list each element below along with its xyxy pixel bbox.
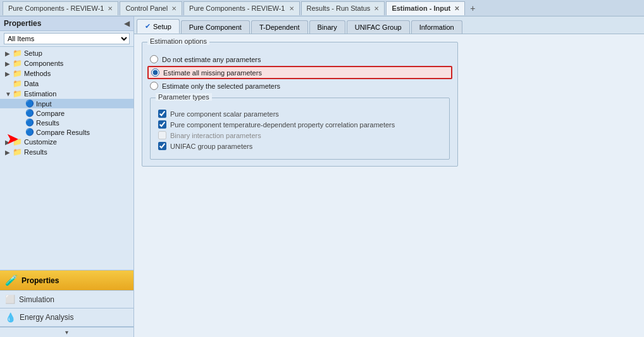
tab-information[interactable]: Information [411, 20, 462, 34]
tab-close-3[interactable]: ✕ [374, 5, 379, 12]
compare-icon: 🔵 [25, 109, 34, 117]
folder-icon: 📁 [13, 148, 22, 156]
tab-close-4[interactable]: ✕ [454, 5, 459, 12]
tree-arrow: ▶ [5, 50, 13, 57]
checkbox-temp-dependent-label: Pure component temperature-dependent pro… [170, 121, 395, 129]
radio-row-no-estimate: Do not estimate any parameters [150, 55, 450, 63]
tab-pure-components-2[interactable]: Pure Components - REVIEW-1 ✕ [183, 1, 299, 15]
radio-no-estimate-label: Do not estimate any parameters [162, 56, 261, 63]
tree-item-input[interactable]: ▶ 🔵 Input [0, 99, 133, 108]
tab-setup[interactable]: ✔ Setup [137, 19, 180, 34]
simulation-icon: ⬜ [5, 295, 15, 304]
app-container: Pure Components - REVIEW-1 ✕ Control Pan… [0, 0, 644, 337]
radio-row-estimate-selected: Estimate only the selected parameters [150, 82, 450, 90]
content-body: Estimation options Do not estimate any p… [134, 34, 644, 337]
sidebar-filter-select[interactable]: All Items [4, 33, 130, 44]
estimation-options-title: Estimation options [147, 37, 209, 45]
radio-estimate-selected[interactable] [150, 82, 158, 90]
tab-pure-components-1[interactable]: Pure Components - REVIEW-1 ✕ [3, 1, 118, 15]
checkbox-row-temp-dependent: Pure component temperature-dependent pro… [158, 120, 442, 129]
checkbox-row-binary: Binary interaction parameters [158, 131, 442, 139]
tree-arrow: ▼ [5, 91, 13, 98]
radio-row-estimate-all: Estimate all missing parameters [147, 66, 452, 79]
content-area: ✔ Setup Pure Component T-Dependent Binar… [134, 16, 644, 337]
tab-label: Estimation - Input [392, 4, 450, 12]
tree-item-compare-results[interactable]: ▶ 🔵 Compare Results [0, 127, 133, 137]
tab-bar: Pure Components - REVIEW-1 ✕ Control Pan… [0, 0, 644, 16]
binary-tab-label: Binary [318, 23, 337, 31]
main-area: Properties ◀ All Items ▶ 📁 Setup ▶ 📁 [0, 16, 644, 337]
tree-item-label: Data [24, 80, 39, 87]
energy-analysis-section[interactable]: 💧 Energy Analysis [0, 308, 133, 327]
folder-icon: 📁 [13, 49, 22, 58]
tree-item-label: Results [36, 119, 59, 127]
compare-results-icon: 🔵 [25, 128, 34, 136]
checkbox-unifac[interactable] [158, 142, 166, 150]
content-tabs: ✔ Setup Pure Component T-Dependent Binar… [134, 16, 644, 34]
simulation-section[interactable]: ⬜ Simulation [0, 290, 133, 308]
radio-estimate-selected-label: Estimate only the selected parameters [162, 82, 280, 90]
tree-item-label: Input [36, 100, 51, 108]
tree-item-data[interactable]: ▶ 📁 Data [0, 79, 133, 89]
tree-item-label: Estimation [24, 90, 56, 98]
radio-no-estimate[interactable] [150, 55, 158, 63]
tree-arrow: ▶ [5, 70, 13, 77]
pure-component-tab-label: Pure Component [189, 23, 242, 31]
tab-pure-component[interactable]: Pure Component [181, 20, 250, 34]
tree-item-methods[interactable]: ▶ 📁 Methods [0, 68, 133, 79]
tab-close-0[interactable]: ✕ [108, 5, 113, 12]
tab-close-2[interactable]: ✕ [289, 5, 294, 12]
sidebar-tree: ▶ 📁 Setup ▶ 📁 Components ▶ 📁 Methods [0, 47, 133, 270]
energy-section-label: Energy Analysis [20, 313, 73, 322]
tree-item-label: Setup [24, 49, 42, 57]
tree-item-setup[interactable]: ▶ 📁 Setup [0, 48, 133, 58]
sidebar-title: Properties [4, 19, 41, 28]
checkbox-binary[interactable] [158, 131, 166, 139]
tree-item-label: Compare Results [36, 129, 90, 136]
tree-item-label: Methods [24, 70, 51, 77]
sidebar-bottom: 🧪 Properties ⬜ Simulation 💧 Energy Analy… [0, 270, 133, 337]
properties-section-label: Properties [22, 276, 59, 285]
sidebar-expand-button[interactable]: ▾ [0, 327, 133, 337]
checkbox-temp-dependent[interactable] [158, 120, 166, 129]
tree-item-customize[interactable]: ▶ 📁 Customize [0, 137, 133, 147]
tab-estimation-input[interactable]: Estimation - Input ✕ [386, 1, 465, 15]
tab-unifac-group[interactable]: UNIFAC Group [347, 20, 410, 34]
folder-icon: 📁 [13, 69, 22, 78]
estimation-options-group: Estimation options Do not estimate any p… [142, 42, 458, 167]
properties-section[interactable]: 🧪 Properties [0, 270, 133, 290]
tree-item-label: Customize [24, 138, 57, 146]
unifac-tab-label: UNIFAC Group [355, 23, 402, 31]
tab-close-1[interactable]: ✕ [171, 5, 176, 12]
radio-estimate-all[interactable] [151, 68, 159, 77]
setup-tab-icon: ✔ [145, 22, 151, 30]
checkbox-scalar[interactable] [158, 110, 166, 118]
add-tab-button[interactable]: + [466, 3, 479, 13]
parameter-types-group: Parameter types Pure component scalar pa… [150, 98, 450, 160]
sidebar-filter: All Items [0, 31, 133, 47]
parameter-types-title: Parameter types [156, 93, 212, 101]
tab-t-dependent[interactable]: T-Dependent [251, 20, 308, 34]
folder-icon: 📁 [13, 89, 22, 98]
tab-binary[interactable]: Binary [309, 20, 345, 34]
folder-icon: 📁 [13, 59, 22, 68]
tree-item-label: Components [24, 60, 63, 67]
sidebar: Properties ◀ All Items ▶ 📁 Setup ▶ 📁 [0, 16, 134, 337]
information-tab-label: Information [419, 23, 454, 31]
sidebar-collapse-button[interactable]: ◀ [124, 19, 130, 28]
tab-results-run-status[interactable]: Results - Run Status ✕ [301, 1, 385, 15]
tree-item-results-estimation[interactable]: ▶ 🔵 Results [0, 118, 133, 127]
tree-item-label: Results [24, 148, 47, 156]
checkbox-row-unifac: UNIFAC group parameters [158, 142, 442, 150]
tab-control-panel[interactable]: Control Panel ✕ [120, 1, 182, 15]
tree-arrow: ▶ [5, 149, 13, 156]
setup-tab-label: Setup [153, 23, 171, 30]
tree-item-estimation[interactable]: ▼ 📁 Estimation [0, 89, 133, 99]
tab-label: Pure Components - REVIEW-1 [189, 4, 285, 12]
tab-label: Pure Components - REVIEW-1 [8, 4, 104, 12]
tree-item-components[interactable]: ▶ 📁 Components [0, 58, 133, 68]
energy-icon: 💧 [5, 312, 16, 322]
tree-item-compare[interactable]: ▶ 🔵 Compare [0, 108, 133, 118]
checkbox-row-scalar: Pure component scalar parameters [158, 110, 442, 118]
tree-item-results-top[interactable]: ▶ 📁 Results [0, 147, 133, 157]
